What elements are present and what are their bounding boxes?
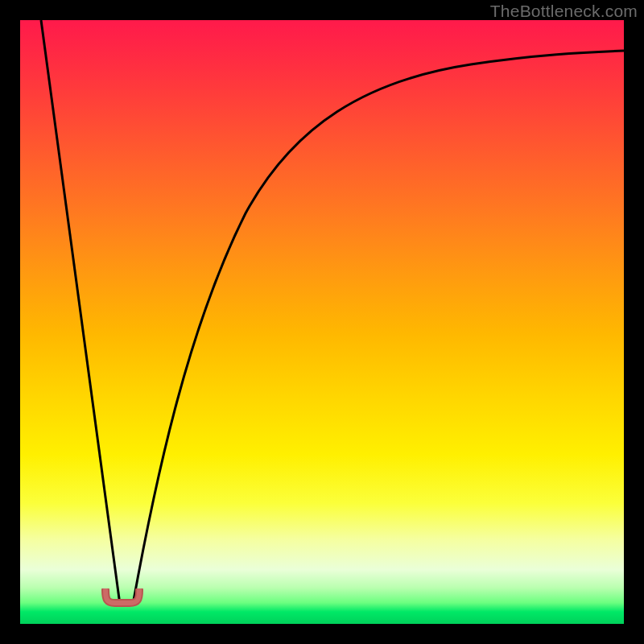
curve-right-branch xyxy=(133,51,624,605)
plot-area xyxy=(20,20,624,624)
optimum-marker xyxy=(101,588,144,608)
curve-left-branch xyxy=(41,20,120,605)
bottleneck-curve xyxy=(20,20,624,624)
watermark-text: TheBottleneck.com xyxy=(490,2,638,21)
marker-u-shape-inner-icon xyxy=(105,590,139,603)
chart-frame: TheBottleneck.com xyxy=(0,0,644,644)
